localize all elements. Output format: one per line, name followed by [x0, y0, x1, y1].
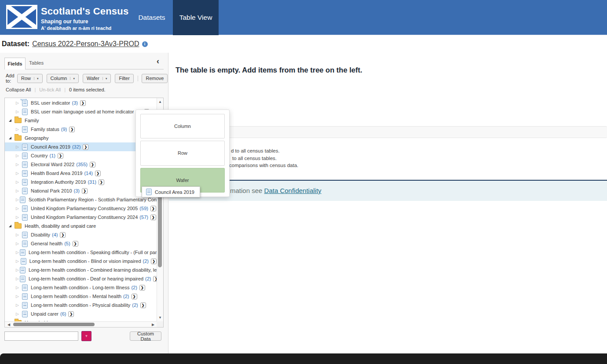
- expand-arrow-icon[interactable]: [16, 259, 20, 263]
- tree-item[interactable]: General health(5)❯: [5, 239, 157, 248]
- expand-arrow-icon[interactable]: [16, 110, 21, 114]
- tree-item[interactable]: Country(1)❯: [5, 151, 157, 160]
- tree-folder[interactable]: Health, disability and unpaid care: [5, 222, 157, 230]
- expand-arrow-icon[interactable]: [16, 207, 21, 211]
- scroll-down-icon[interactable]: [157, 316, 163, 320]
- tree-item[interactable]: Long-term health condition - Physical di…: [5, 301, 157, 309]
- add-item-button[interactable]: ❯: [60, 232, 66, 238]
- expand-arrow-icon[interactable]: [16, 233, 21, 237]
- add-item-button[interactable]: ❯: [90, 162, 95, 167]
- expand-arrow-icon[interactable]: [16, 198, 19, 202]
- expand-arrow-icon[interactable]: [16, 189, 21, 193]
- tab-fields[interactable]: Fields: [4, 58, 26, 69]
- add-item-button[interactable]: ❯: [132, 294, 137, 299]
- add-item-button[interactable]: ❯: [68, 311, 74, 317]
- tree-item[interactable]: Disability(4)❯: [5, 230, 157, 239]
- expand-arrow-icon[interactable]: [16, 242, 21, 246]
- info-icon[interactable]: [142, 41, 148, 47]
- tree-item[interactable]: Long-term health condition - Long-term I…: [5, 283, 157, 292]
- add-to-column-dropdown[interactable]: Column: [47, 74, 79, 83]
- tree-item[interactable]: Long-term health condition - Deaf or hea…: [5, 274, 157, 283]
- add-item-button[interactable]: ❯: [99, 179, 104, 185]
- expand-arrow-icon[interactable]: [16, 303, 21, 307]
- expand-arrow-icon[interactable]: [16, 145, 21, 149]
- expand-arrow-icon[interactable]: [16, 101, 21, 105]
- tree-item[interactable]: Long-term health condition - Mental heal…: [5, 292, 157, 301]
- tab-tables[interactable]: Tables: [29, 60, 44, 66]
- add-item-button[interactable]: ❯: [73, 241, 78, 247]
- horizontal-scrollbar[interactable]: [5, 321, 157, 327]
- tree-folder[interactable]: Family: [5, 116, 157, 125]
- add-item-button[interactable]: ❯: [153, 276, 157, 282]
- search-dropdown-button[interactable]: [81, 331, 91, 341]
- tree-item[interactable]: Scottish Parliamentary Region - Scottish…: [5, 195, 157, 204]
- add-to-wafer-dropdown[interactable]: Wafer: [83, 74, 111, 83]
- tree-item[interactable]: Unpaid carer(6)❯: [5, 309, 157, 318]
- tree-item[interactable]: Health Board Area 2019(14)❯: [5, 169, 157, 178]
- expand-arrow-icon[interactable]: [16, 277, 19, 281]
- nav-table-view[interactable]: Table View: [173, 0, 219, 35]
- add-item-button[interactable]: ❯: [83, 144, 88, 150]
- add-item-button[interactable]: ❯: [150, 206, 156, 211]
- add-to-row-dropdown[interactable]: Row: [17, 74, 43, 83]
- scroll-up-icon[interactable]: [157, 100, 163, 104]
- drop-zone-row[interactable]: Row: [140, 141, 225, 165]
- field-icon: [20, 267, 26, 273]
- scroll-right-icon[interactable]: [151, 323, 155, 327]
- data-confidentiality-link[interactable]: Data Confidentiality: [264, 187, 322, 194]
- expand-arrow-icon[interactable]: [16, 171, 21, 175]
- add-item-button[interactable]: ❯: [150, 215, 156, 220]
- add-item-button[interactable]: ❯: [140, 302, 146, 308]
- collapse-panel-icon[interactable]: [157, 57, 159, 65]
- tree-item[interactable]: Long-term health condition - Combined le…: [5, 266, 157, 274]
- expand-arrow-icon[interactable]: [16, 251, 19, 255]
- tree-item[interactable]: BSL user indicator(3)❯: [5, 98, 157, 107]
- expand-arrow-icon[interactable]: [16, 268, 19, 272]
- collapse-all-link[interactable]: Collapse All: [6, 87, 31, 92]
- tree-item[interactable]: Family status(9)❯: [5, 125, 157, 134]
- vertical-scrollbar-thumb[interactable]: [158, 196, 162, 267]
- collapse-arrow-icon[interactable]: [9, 137, 11, 139]
- collapse-arrow-icon[interactable]: [9, 225, 11, 227]
- tree-item-label: BSL user indicator: [31, 100, 70, 106]
- tree-item[interactable]: BSL user main language used at home indi…: [5, 107, 157, 116]
- tree-item[interactable]: Long-term health condition - Blind or vi…: [5, 257, 157, 266]
- tree-item[interactable]: United Kingdom Parliamentary Constituenc…: [5, 204, 157, 213]
- expand-arrow-icon[interactable]: [16, 215, 21, 219]
- collapse-arrow-icon[interactable]: [9, 119, 11, 122]
- horizontal-scrollbar-thumb[interactable]: [13, 323, 95, 326]
- tree-item-count: (32): [72, 144, 81, 149]
- drop-zone-column[interactable]: Column: [140, 114, 225, 138]
- expand-arrow-icon[interactable]: [16, 295, 21, 298]
- add-item-button[interactable]: ❯: [139, 285, 145, 291]
- add-item-button[interactable]: ❯: [95, 171, 101, 176]
- tree-item[interactable]: Integration Authority 2019(31)❯: [5, 178, 157, 186]
- dataset-name-link[interactable]: Census 2022-Person-3Av3-PROD: [32, 40, 139, 48]
- expand-arrow-icon[interactable]: [16, 154, 21, 158]
- nav-datasets[interactable]: Datasets: [132, 0, 172, 35]
- expand-arrow-icon[interactable]: [16, 163, 21, 167]
- expand-arrow-icon[interactable]: [16, 286, 21, 290]
- add-item-button[interactable]: ❯: [151, 258, 157, 264]
- expand-arrow-icon[interactable]: [16, 127, 21, 131]
- add-item-button[interactable]: ❯: [82, 188, 88, 194]
- add-item-button[interactable]: ❯: [80, 100, 86, 106]
- expand-arrow-icon[interactable]: [16, 312, 21, 316]
- folder-icon: [15, 118, 22, 123]
- add-item-button[interactable]: ❯: [69, 127, 75, 132]
- drag-ghost[interactable]: Council Area 2019: [142, 186, 200, 197]
- remove-button[interactable]: Remove: [142, 74, 168, 83]
- field-icon: [22, 284, 28, 291]
- tree-search-input[interactable]: [4, 331, 78, 341]
- tree-item[interactable]: United Kingdom Parliamentary Constituenc…: [5, 213, 157, 222]
- add-item-button[interactable]: ❯: [58, 153, 63, 159]
- scroll-left-icon[interactable]: [7, 323, 11, 327]
- tree-item[interactable]: Electoral Ward 2022(355)❯: [5, 160, 157, 169]
- tree-item[interactable]: National Park 2010(3)❯: [5, 186, 157, 195]
- expand-arrow-icon[interactable]: [16, 180, 21, 184]
- filter-button[interactable]: Filter: [115, 74, 133, 83]
- tree-item[interactable]: Long-term health condition - Speaking di…: [5, 248, 157, 257]
- custom-data-button[interactable]: Custom Data: [130, 331, 161, 341]
- tree-item[interactable]: Council Area 2019(32)❯: [5, 142, 157, 151]
- tree-folder[interactable]: Geography: [5, 134, 157, 142]
